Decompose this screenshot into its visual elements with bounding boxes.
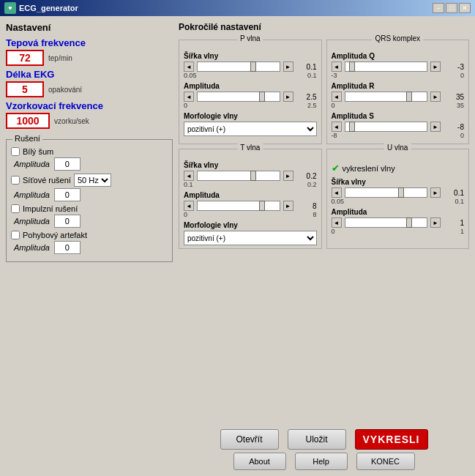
p-sirka-right-arrow[interactable]: ► <box>283 62 293 72</box>
t-amp-label: Amplituda <box>184 191 317 199</box>
u-amp-right-arrow[interactable]: ► <box>430 217 441 228</box>
minimize-button[interactable]: – <box>433 3 444 13</box>
r-left-arrow[interactable]: ◄ <box>332 92 342 102</box>
p-amp-value: 2.5 <box>296 93 317 101</box>
sitove-amp-input[interactable] <box>54 188 81 201</box>
app-title: ECG_generator <box>19 4 78 12</box>
s-right-arrow[interactable]: ► <box>430 122 441 132</box>
s-track[interactable] <box>345 122 428 132</box>
u-amp-value: 1 <box>444 219 464 227</box>
t-sirka-track[interactable] <box>197 171 280 181</box>
qrs-title: QRS komplex <box>372 34 423 42</box>
t-amp-left-arrow[interactable]: ◄ <box>184 201 194 211</box>
nastaveni-section: Nastavení Tepová frekvence tep/min Délka… <box>6 22 173 132</box>
p-morf-select[interactable]: pozitivní (+) negativní (-) <box>184 122 317 136</box>
vzorkovaci-unit: vzorku/sek <box>54 117 89 125</box>
p-sirka-track[interactable] <box>197 62 280 72</box>
pohybovy-amp-label: Amplituda <box>14 243 50 252</box>
r-value: 35 <box>444 93 464 101</box>
t-sirka-left-arrow[interactable]: ◄ <box>184 171 194 181</box>
t-amp-right-arrow[interactable]: ► <box>283 201 293 211</box>
impulzni-amp-label: Amplituda <box>14 217 50 226</box>
bily-sum-checkbox[interactable] <box>11 147 20 156</box>
q-amp-label: Amplituda Q <box>332 52 465 60</box>
t-vlna-box: T vlna Šířka vlny ◄ ► 0.2 0.1 0.2 Amplit… <box>179 149 322 249</box>
p-morf-label: Morfologie vlny <box>184 112 317 120</box>
t-amp-value: 8 <box>296 202 317 210</box>
u-vlna-box: U vlna ✔ vykreslení vlny Šířka vlny ◄ ► … <box>326 149 470 249</box>
ruseni-label: Rušení <box>12 134 42 143</box>
p-vlna-box: P vlna Šířka vlny ◄ ► 0.1 0.05 0.1 Ampli… <box>179 40 322 144</box>
pohybovy-label: Pohybový artefakt <box>23 231 87 239</box>
p-sirka-left-arrow[interactable]: ◄ <box>184 62 194 72</box>
sitove-freq-select[interactable]: 50 Hz 60 Hz <box>74 174 111 187</box>
u-check-label: vykreslení vlny <box>343 164 395 173</box>
about-button[interactable]: About <box>233 453 286 470</box>
pohybovy-amp-input[interactable] <box>54 241 81 254</box>
app-icon: ♥ <box>4 2 16 14</box>
konec-button[interactable]: KONEC <box>356 453 415 470</box>
tepova-label: Tepová frekvence <box>6 37 173 48</box>
t-sirka-right-arrow[interactable]: ► <box>283 171 293 181</box>
ulozit-button[interactable]: Uložit <box>288 429 346 450</box>
qrs-box: QRS komplex Amplituda Q ◄ ► -3 -3 0 Ampl… <box>326 40 470 144</box>
p-amp-right-arrow[interactable]: ► <box>283 92 293 102</box>
close-button[interactable]: ✕ <box>459 3 471 13</box>
impulzni-amp-input[interactable] <box>54 215 81 228</box>
q-left-arrow[interactable]: ◄ <box>332 62 342 72</box>
t-morf-label: Morfologie vlny <box>184 221 317 229</box>
p-amp-track[interactable] <box>197 92 280 102</box>
bily-sum-label: Bílý šum <box>23 147 53 156</box>
s-value: -8 <box>444 123 464 131</box>
u-sirka-left-arrow[interactable]: ◄ <box>332 187 342 198</box>
p-sirka-label: Šířka vlny <box>184 52 317 60</box>
q-right-arrow[interactable]: ► <box>430 62 441 72</box>
u-sirka-right-arrow[interactable]: ► <box>430 187 441 198</box>
p-vlna-title: P vlna <box>237 34 263 42</box>
sitove-label: Síťové rušení <box>23 176 71 185</box>
u-sirka-value: 0.1 <box>444 189 464 197</box>
sitove-checkbox[interactable] <box>11 176 20 185</box>
delka-input[interactable] <box>6 81 44 97</box>
impulzni-checkbox[interactable] <box>11 204 20 213</box>
vykresli-button[interactable]: VYKRESLI <box>355 429 428 450</box>
tepova-unit: tep/min <box>48 54 72 62</box>
t-amp-track[interactable] <box>197 201 280 211</box>
bily-sum-amp-input[interactable] <box>54 157 81 171</box>
t-morf-select[interactable]: pozitivní (+) negativní (-) <box>184 231 317 245</box>
t-sirka-value: 0.2 <box>296 172 317 180</box>
tepova-input[interactable] <box>6 50 44 66</box>
r-amp-label: Amplituda R <box>332 82 465 90</box>
otevrit-button[interactable]: Otevřít <box>220 429 279 450</box>
u-sirka-label: Šířka vlny <box>332 178 465 186</box>
q-value: -3 <box>444 63 464 71</box>
p-amp-label: Amplituda <box>184 82 317 90</box>
vzorkovaci-input[interactable] <box>6 113 50 129</box>
s-left-arrow[interactable]: ◄ <box>332 122 342 132</box>
pokrocile-title: Pokročilé nastavení <box>179 22 469 32</box>
maximize-button[interactable]: □ <box>446 3 457 13</box>
u-sirka-track[interactable] <box>345 187 428 198</box>
nastaveni-title: Nastavení <box>6 22 173 33</box>
r-right-arrow[interactable]: ► <box>430 92 441 102</box>
sitove-amp-label: Amplituda <box>14 190 50 199</box>
u-check-icon: ✔ <box>332 163 340 174</box>
u-amp-label: Amplituda <box>332 208 465 216</box>
bily-sum-amp-label: Amplituda <box>14 160 50 168</box>
ruseni-group: Rušení Bílý šum Amplituda Síťové rušení … <box>6 139 173 262</box>
u-amp-track[interactable] <box>345 217 428 228</box>
delka-unit: opakování <box>48 86 82 94</box>
impulzni-label: Impulzní rušení <box>23 204 78 213</box>
u-amp-left-arrow[interactable]: ◄ <box>332 217 342 228</box>
help-button[interactable]: Help <box>295 453 348 470</box>
q-track[interactable] <box>345 62 428 72</box>
s-amp-label: Amplituda S <box>332 112 465 120</box>
p-sirka-value: 0.1 <box>296 63 317 71</box>
p-amp-left-arrow[interactable]: ◄ <box>184 92 194 102</box>
pohybovy-checkbox[interactable] <box>11 231 20 239</box>
vzorkovaci-label: Vzorkovací frekvence <box>6 100 173 111</box>
title-bar: ♥ ECG_generator – □ ✕ <box>0 0 475 16</box>
t-vlna-title: T vlna <box>237 144 263 152</box>
t-sirka-label: Šířka vlny <box>184 161 317 169</box>
r-track[interactable] <box>345 92 428 102</box>
